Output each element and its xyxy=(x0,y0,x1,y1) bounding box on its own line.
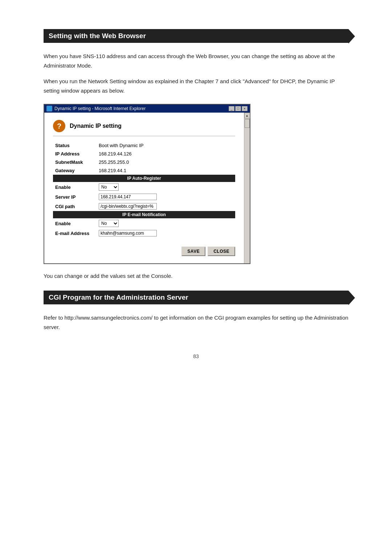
label-subnet: SubnetMask xyxy=(53,158,97,166)
table-row-enable-email: Enable No Yes xyxy=(53,218,235,228)
table-row-subnet: SubnetMask 255.255.255.0 xyxy=(53,158,235,166)
titlebar-controls: _ □ × xyxy=(229,106,248,111)
browser-scrollbar-area: ? Dynamic IP setting Status Boot with Dy… xyxy=(44,113,250,263)
browser-scrollbar: ▲ xyxy=(244,113,250,263)
table-row-cgi: CGI path xyxy=(53,202,235,211)
dialog-buttons: SAVE CLOSE xyxy=(53,244,235,256)
restore-button[interactable]: □ xyxy=(235,106,241,111)
value-status: Boot with Dynamic IP xyxy=(97,141,235,150)
browser-icon: 🌐 xyxy=(46,106,52,112)
browser-content: ? Dynamic IP setting Status Boot with Dy… xyxy=(44,113,244,263)
enable-email-select[interactable]: No Yes xyxy=(99,220,119,227)
table-row-gateway: Gateway 168.219.44.1 xyxy=(53,166,235,175)
label-server-ip: Server IP xyxy=(53,192,97,202)
table-row-ip: IP Address 168.219.44.126 xyxy=(53,150,235,158)
section1-heading: Setting with the Web Browser xyxy=(44,29,348,43)
table-row-server-ip: Server IP xyxy=(53,192,235,202)
bottom-note: You can change or add the values set at … xyxy=(44,273,348,279)
label-enable-auto: Enable xyxy=(53,182,97,192)
label-status: Status xyxy=(53,141,97,150)
table-row-enable-auto: Enable No Yes xyxy=(53,182,235,192)
minimize-button[interactable]: _ xyxy=(229,106,234,111)
label-enable-email: Enable xyxy=(53,218,97,228)
close-button-dialog[interactable]: CLOSE xyxy=(208,247,235,256)
table-row-status: Status Boot with Dynamic IP xyxy=(53,141,235,150)
browser-title: Dynamic IP setting - Microsoft Internet … xyxy=(54,106,146,111)
section-label-ip-auto: IP Auto-Register xyxy=(53,175,235,182)
label-ip: IP Address xyxy=(53,150,97,158)
value-server-ip xyxy=(97,192,235,202)
section2-heading: CGI Program for the Administration Serve… xyxy=(44,291,348,304)
section-row-ip-auto: IP Auto-Register xyxy=(53,175,235,182)
enable-auto-select[interactable]: No Yes xyxy=(99,183,119,191)
email-address-input[interactable] xyxy=(99,230,157,236)
value-ip: 168.219.44.126 xyxy=(97,150,235,158)
scrollbar-up-arrow[interactable]: ▲ xyxy=(244,113,250,118)
section1-paragraph1: When you have SNS-110 address and can ac… xyxy=(44,52,348,70)
dialog-table: Status Boot with Dynamic IP IP Address 1… xyxy=(53,141,235,238)
label-cgi: CGI path xyxy=(53,202,97,211)
value-subnet: 255.255.255.0 xyxy=(97,158,235,166)
browser-titlebar: 🌐 Dynamic IP setting - Microsoft Interne… xyxy=(44,105,250,113)
scrollbar-thumb[interactable] xyxy=(245,119,250,128)
question-icon: ? xyxy=(53,120,65,132)
label-email-addr: E-mail Address xyxy=(53,228,97,238)
cgi-path-input[interactable] xyxy=(99,203,157,210)
section-label-email: IP E-mail Notification xyxy=(53,211,235,218)
value-cgi xyxy=(97,202,235,211)
section1-heading-text: Setting with the Web Browser xyxy=(49,32,146,40)
section-row-email: IP E-mail Notification xyxy=(53,211,235,218)
section2-paragraph: Refer to http://www.samsungelectronics.c… xyxy=(44,313,348,332)
value-enable-auto: No Yes xyxy=(97,182,235,192)
section1-paragraph2: When you run the Network Setting window … xyxy=(44,77,348,95)
table-row-email-addr: E-mail Address xyxy=(53,228,235,238)
titlebar-left: 🌐 Dynamic IP setting - Microsoft Interne… xyxy=(46,106,146,112)
server-ip-input[interactable] xyxy=(99,194,157,200)
label-gateway: Gateway xyxy=(53,166,97,175)
browser-window: 🌐 Dynamic IP setting - Microsoft Interne… xyxy=(44,104,250,264)
close-button[interactable]: × xyxy=(242,106,248,111)
dialog-title: Dynamic IP setting xyxy=(70,123,122,129)
dialog-header: ? Dynamic IP setting xyxy=(53,120,235,136)
save-button[interactable]: SAVE xyxy=(181,247,205,256)
section2-heading-text: CGI Program for the Administration Serve… xyxy=(49,293,188,301)
value-enable-email: No Yes xyxy=(97,218,235,228)
value-gateway: 168.219.44.1 xyxy=(97,166,235,175)
value-email-addr xyxy=(97,228,235,238)
page-number: 83 xyxy=(44,353,348,359)
